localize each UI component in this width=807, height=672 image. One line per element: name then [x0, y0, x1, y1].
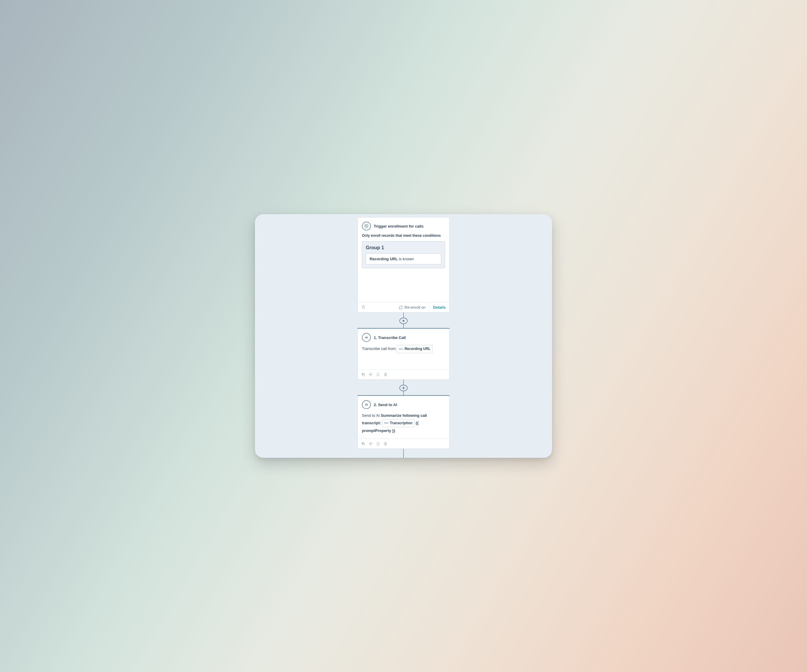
svg-rect-9 — [377, 442, 379, 445]
plus-icon — [402, 386, 405, 390]
recording-url-token[interactable]: Abc Recording URL — [397, 345, 432, 353]
token-label: Recording URL — [404, 346, 430, 352]
step-2-header: AI 2. Send to AI — [358, 396, 449, 412]
workflow-flow: Trigger enrollment for calls Only enroll… — [255, 214, 552, 458]
step-1-footer — [358, 369, 449, 379]
connector-line — [403, 324, 404, 328]
trigger-footer: Re-enroll on Details — [358, 302, 449, 312]
trigger-card-header: Trigger enrollment for calls — [358, 217, 449, 234]
step-1-prefix: Transcribe call from — [362, 347, 396, 351]
svg-rect-8 — [363, 443, 365, 445]
connector-line — [403, 312, 404, 318]
group-label: Group 1 — [366, 245, 441, 251]
connector-line — [403, 391, 404, 395]
add-step-button-1[interactable] — [399, 318, 408, 324]
svg-text:AI: AI — [365, 336, 368, 339]
connector-line — [403, 380, 404, 385]
token-type-label: Abc — [399, 347, 403, 351]
filter-group[interactable]: Group 1 Recording URL is known — [362, 241, 445, 268]
clone-icon[interactable] — [361, 373, 365, 377]
step-2-card[interactable]: AI 2. Send to AI Send to AI Summarize fo… — [357, 396, 450, 449]
svg-text:AI: AI — [365, 403, 368, 407]
trigger-title: Trigger enrollment for calls — [374, 224, 424, 229]
step-1-body: Transcribe call from Abc Recording URL — [358, 345, 449, 369]
ai-icon: AI — [362, 333, 371, 342]
details-button[interactable]: Details — [429, 302, 446, 312]
ai-icon: AI — [362, 400, 371, 409]
step-1-card[interactable]: AI 1. Transcribe Call Transcribe call fr… — [357, 329, 450, 380]
step-2-body: Send to AI Summarize following call tran… — [358, 412, 449, 438]
clipboard-icon[interactable] — [376, 373, 380, 377]
filter-property: Recording URL — [370, 257, 398, 261]
svg-rect-5 — [377, 373, 379, 376]
clone-icon[interactable] — [361, 442, 365, 446]
connector-line — [403, 449, 404, 458]
filter-operator: is known — [399, 257, 414, 261]
clipboard-icon[interactable] — [361, 305, 365, 309]
move-icon[interactable] — [369, 442, 373, 446]
workflow-canvas: Trigger enrollment for calls Only enroll… — [255, 214, 552, 458]
move-icon[interactable] — [369, 373, 373, 377]
step-2-title: 2. Send to AI — [374, 403, 397, 407]
add-step-button-2[interactable] — [399, 385, 408, 391]
step-2-prefix: Send to AI — [362, 413, 380, 418]
trash-icon[interactable] — [384, 373, 387, 377]
trigger-card[interactable]: Trigger enrollment for calls Only enroll… — [357, 217, 450, 312]
token-type-label: Abc — [384, 421, 389, 425]
clipboard-icon[interactable] — [376, 442, 380, 446]
trigger-icon — [362, 222, 371, 231]
reenroll-label: Re-enroll on — [405, 305, 426, 310]
step-1-header: AI 1. Transcribe Call — [358, 329, 449, 345]
trash-icon[interactable] — [384, 442, 387, 446]
svg-rect-4 — [363, 374, 365, 376]
token-label: Transcription — [390, 420, 412, 426]
trigger-subtitle: Only enroll records that meet these cond… — [358, 234, 449, 241]
plus-icon — [402, 319, 405, 323]
step-2-footer — [358, 438, 449, 449]
step-1-title: 1. Transcribe Call — [374, 335, 406, 340]
refresh-icon — [399, 305, 403, 310]
svg-point-0 — [366, 225, 367, 226]
transcription-token[interactable]: Abc Transcription — [382, 419, 415, 428]
reenroll-toggle[interactable]: Re-enroll on — [399, 305, 426, 310]
filter-condition[interactable]: Recording URL is known — [366, 254, 441, 264]
